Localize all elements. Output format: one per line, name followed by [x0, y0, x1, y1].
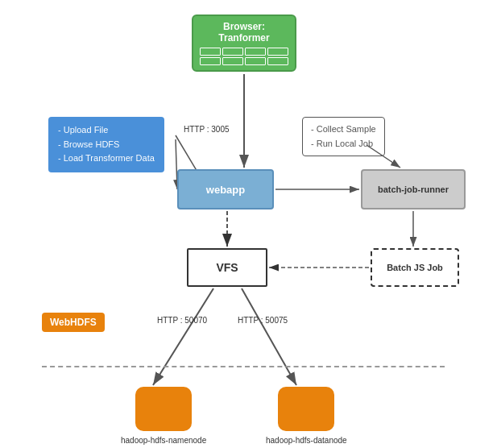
browser-grid: [200, 48, 288, 65]
svg-line-11: [242, 288, 296, 385]
collect-sample-box: - Collect Sample- Run Local Job: [302, 117, 385, 156]
browser-cell: [245, 48, 266, 56]
webapp-box: webapp: [177, 169, 274, 209]
http-50075-label: HTTP : 50075: [238, 316, 288, 325]
http-browser-label: HTTP : 3005: [184, 125, 230, 134]
datanode-box: hadoop-hdfs-datanode: [266, 387, 347, 445]
webapp-label: webapp: [206, 184, 245, 196]
datanode-icon: [278, 387, 334, 431]
browser-title: Browser: Tranformer: [200, 21, 288, 44]
batch-js-label: Batch JS Job: [387, 263, 443, 272]
batch-runner-box: batch-job-runner: [361, 169, 466, 209]
browser-cell: [200, 57, 221, 65]
namenode-icon: [135, 387, 192, 431]
namenode-label: hadoop-hdfs-namenode: [121, 436, 206, 445]
webhdfs-label: WebHDFS: [42, 313, 105, 332]
vfs-box: VFS: [187, 248, 267, 287]
svg-line-10: [153, 288, 213, 385]
batch-js-box: Batch JS Job: [371, 248, 459, 287]
batch-runner-label: batch-job-runner: [378, 185, 449, 194]
separator-line: [42, 366, 445, 367]
browser-cell: [200, 48, 221, 56]
browser-cell: [245, 57, 266, 65]
datanode-label: hadoop-hdfs-datanode: [266, 436, 347, 445]
vfs-label: VFS: [216, 261, 238, 274]
browser-cell: [267, 57, 288, 65]
collect-sample-text: - Collect Sample- Run Local Job: [311, 124, 376, 148]
browser-cell: [267, 48, 288, 56]
browser-box: Browser: Tranformer: [192, 15, 296, 72]
browser-cell: [222, 48, 243, 56]
blue-label-text: - Upload File- Browse HDFS- Load Transfo…: [58, 125, 155, 163]
http-50070-label: HTTP : 50070: [157, 316, 207, 325]
browser-cell: [222, 57, 243, 65]
blue-label-box: - Upload File- Browse HDFS- Load Transfo…: [48, 117, 164, 172]
architecture-diagram: Browser: Tranformer - Upload File- Brows…: [0, 0, 497, 448]
namenode-box: hadoop-hdfs-namenode: [121, 387, 206, 445]
